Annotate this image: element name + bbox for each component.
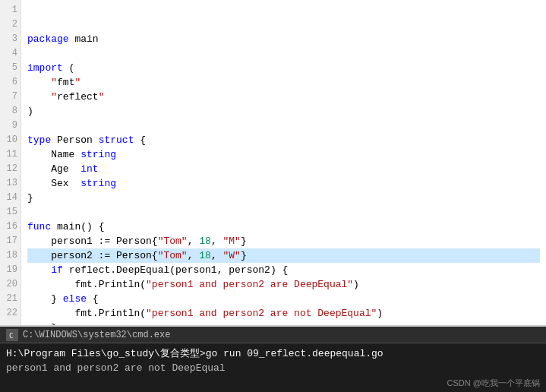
code-line: import ( <box>27 61 540 75</box>
line-number: 16 <box>2 220 17 234</box>
line-number: 7 <box>2 90 17 104</box>
line-number: 13 <box>2 176 17 191</box>
line-number: 1 <box>2 3 17 17</box>
code-line: func main() { <box>27 220 540 234</box>
code-line <box>27 205 540 220</box>
watermark: CSDN @吃我一个平底锅 <box>447 378 540 389</box>
code-editor: 12345678910111213141516171819202122 pack… <box>0 0 546 327</box>
code-area[interactable]: package main import ( "fmt" "reflect") t… <box>21 0 546 325</box>
line-number: 8 <box>2 104 17 119</box>
line-number: 15 <box>2 205 17 220</box>
code-line: type Person struct { <box>27 133 540 147</box>
svg-text:C: C <box>9 332 13 340</box>
code-line: "fmt" <box>27 75 540 90</box>
code-line: package main <box>27 32 540 46</box>
code-line: } <box>27 191 540 205</box>
line-number: 5 <box>2 61 17 75</box>
line-number: 19 <box>2 263 17 277</box>
code-line <box>27 119 540 133</box>
line-number: 17 <box>2 234 17 248</box>
terminal-titlebar: C C:\WINDOWS\system32\cmd.exe <box>0 327 546 343</box>
code-line: "reflect" <box>27 90 540 104</box>
line-number: 10 <box>2 133 17 147</box>
code-line: person2 := Person{"Tom", 18, "W"} <box>27 248 540 263</box>
line-numbers: 12345678910111213141516171819202122 <box>0 0 21 325</box>
code-line: Name string <box>27 147 540 162</box>
terminal-output: person1 and person2 are not DeepEqual <box>6 361 540 375</box>
terminal-title: C:\WINDOWS\system32\cmd.exe <box>23 330 170 340</box>
code-line: if reflect.DeepEqual(person1, person2) { <box>27 263 540 277</box>
code-line: fmt.Println("person1 and person2 are Dee… <box>27 277 540 292</box>
terminal-icon: C <box>6 329 18 341</box>
code-line: Sex string <box>27 176 540 191</box>
line-number: 9 <box>2 119 17 133</box>
code-line: ) <box>27 104 540 119</box>
code-line: } <box>27 321 540 325</box>
line-number: 21 <box>2 292 17 306</box>
terminal-prompt: H:\Program Files\go_study\复合类型>go run 09… <box>6 346 540 361</box>
line-number: 18 <box>2 248 17 263</box>
code-line: Age int <box>27 162 540 176</box>
line-number: 22 <box>2 306 17 321</box>
code-line <box>27 46 540 61</box>
line-number: 14 <box>2 191 17 205</box>
line-number: 3 <box>2 32 17 46</box>
line-number: 4 <box>2 46 17 61</box>
line-number: 6 <box>2 75 17 90</box>
code-line: person1 := Person{"Tom", 18, "M"} <box>27 234 540 248</box>
code-line: } else { <box>27 292 540 306</box>
line-number: 20 <box>2 277 17 292</box>
code-line: fmt.Println("person1 and person2 are not… <box>27 306 540 321</box>
line-number: 11 <box>2 147 17 162</box>
line-number: 2 <box>2 17 17 32</box>
line-number: 12 <box>2 162 17 176</box>
